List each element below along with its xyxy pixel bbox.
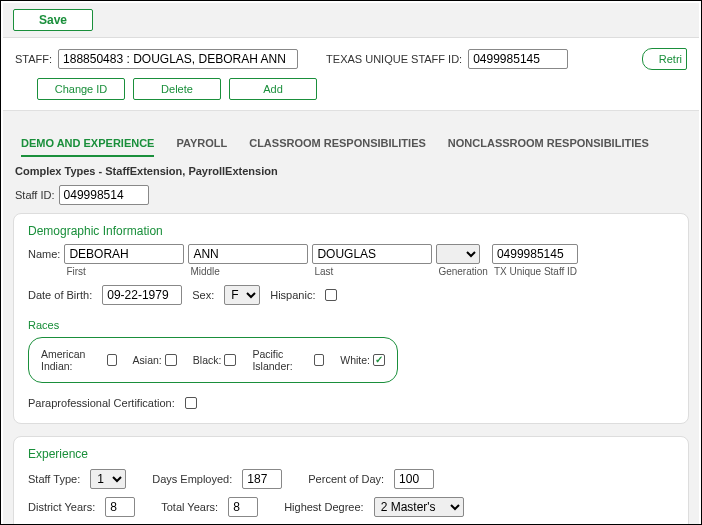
last-name-sublabel: Last	[312, 264, 432, 277]
race-american-indian-label: American Indian:	[41, 348, 104, 372]
tab-payroll[interactable]: PAYROLL	[176, 131, 227, 157]
race-asian-checkbox[interactable]	[165, 354, 177, 366]
staff-id-input[interactable]	[59, 185, 149, 205]
staff-type-select[interactable]: 1	[90, 469, 126, 489]
race-white-label: White:	[340, 354, 370, 366]
tab-classroom[interactable]: CLASSROOM RESPONSIBILITIES	[249, 131, 426, 157]
highest-degree-select[interactable]: 2 Master's	[374, 497, 464, 517]
parapro-label: Paraprofessional Certification:	[28, 397, 175, 409]
district-years-label: District Years:	[28, 501, 95, 513]
total-years-label: Total Years:	[161, 501, 218, 513]
first-name-sublabel: First	[64, 264, 184, 277]
generation-sublabel: Generation	[436, 264, 487, 277]
race-black-label: Black:	[193, 354, 222, 366]
hispanic-checkbox[interactable]	[325, 289, 337, 301]
change-id-button[interactable]: Change ID	[37, 78, 125, 100]
days-employed-label: Days Employed:	[152, 473, 232, 485]
tx-unique-staff-id-input[interactable]	[468, 49, 568, 69]
first-name-input[interactable]	[64, 244, 184, 264]
experience-title: Experience	[28, 447, 674, 461]
txuid-sublabel: TX Unique Staff ID	[492, 264, 578, 277]
tx-unique-staff-id-field[interactable]	[492, 244, 578, 264]
district-years-input[interactable]	[105, 497, 135, 517]
race-black-checkbox[interactable]	[224, 354, 236, 366]
delete-button[interactable]: Delete	[133, 78, 221, 100]
staff-type-label: Staff Type:	[28, 473, 80, 485]
race-pacific-checkbox[interactable]	[314, 354, 324, 366]
middle-name-input[interactable]	[188, 244, 308, 264]
save-button[interactable]: Save	[13, 9, 93, 31]
add-button[interactable]: Add	[229, 78, 317, 100]
races-group: American Indian: Asian: Black: Pacific I…	[28, 337, 398, 383]
record-action-row: Change ID Delete Add	[3, 74, 699, 110]
hispanic-label: Hispanic:	[270, 289, 315, 301]
tab-nonclassroom[interactable]: NONCLASSROOM RESPONSIBILITIES	[448, 131, 649, 157]
dob-input[interactable]	[102, 285, 182, 305]
last-name-input[interactable]	[312, 244, 432, 264]
percent-day-label: Percent of Day:	[308, 473, 384, 485]
name-label: Name:	[28, 244, 60, 260]
staff-label: STAFF:	[15, 53, 52, 65]
top-action-bar: Save	[3, 3, 699, 38]
staff-id-label: Staff ID:	[15, 189, 55, 201]
tab-demo-experience[interactable]: DEMO AND EXPERIENCE	[21, 131, 154, 157]
complex-types-label: Complex Types - StaffExtension, PayrollE…	[13, 157, 689, 181]
race-asian-label: Asian:	[133, 354, 162, 366]
generation-select[interactable]	[436, 244, 480, 264]
demographic-title: Demographic Information	[28, 224, 674, 238]
days-employed-input[interactable]	[242, 469, 282, 489]
sex-label: Sex:	[192, 289, 214, 301]
total-years-input[interactable]	[228, 497, 258, 517]
race-american-indian-checkbox[interactable]	[107, 354, 117, 366]
race-white-checkbox[interactable]	[373, 354, 385, 366]
filter-row: STAFF: TEXAS UNIQUE STAFF ID: Retri	[3, 38, 699, 74]
demographic-panel: Demographic Information Name: First Midd…	[13, 213, 689, 424]
highest-degree-label: Highest Degree:	[284, 501, 364, 513]
sex-select[interactable]: F	[224, 285, 260, 305]
retrieve-button[interactable]: Retri	[642, 48, 687, 70]
percent-day-input[interactable]	[394, 469, 434, 489]
races-title: Races	[28, 319, 674, 331]
txuid-label: TEXAS UNIQUE STAFF ID:	[326, 53, 462, 65]
tab-area: DEMO AND EXPERIENCE PAYROLL CLASSROOM RE…	[3, 110, 699, 525]
middle-name-sublabel: Middle	[188, 264, 308, 277]
race-pacific-label: Pacific Islander:	[252, 348, 311, 372]
staff-search-input[interactable]	[58, 49, 298, 69]
parapro-checkbox[interactable]	[185, 397, 197, 409]
dob-label: Date of Birth:	[28, 289, 92, 301]
experience-panel: Experience Staff Type: 1 Days Employed: …	[13, 436, 689, 525]
